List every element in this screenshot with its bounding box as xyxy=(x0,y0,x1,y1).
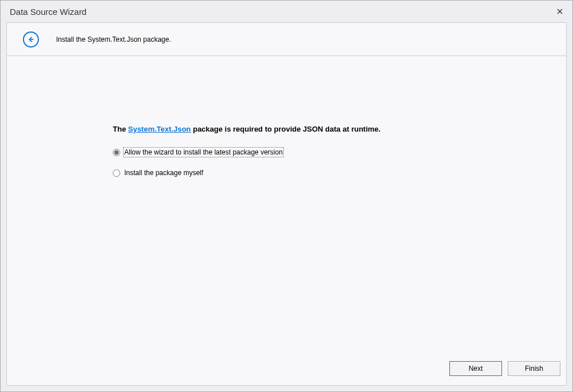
wizard-content: The System.Text.Json package is required… xyxy=(7,56,566,352)
window-title: Data Source Wizard xyxy=(10,7,86,17)
wizard-window: Data Source Wizard Install the System.Te… xyxy=(0,0,573,392)
wizard-step-title: Install the System.Text.Json package. xyxy=(56,35,171,43)
label-install-myself: Install the package myself xyxy=(124,168,204,177)
wizard-footer: Next Finish xyxy=(7,352,566,385)
close-button[interactable] xyxy=(554,6,566,17)
wizard-header: Install the System.Text.Json package. xyxy=(7,23,566,56)
next-button[interactable]: Next xyxy=(449,361,502,376)
radio-allow-install[interactable] xyxy=(113,149,120,156)
install-option-group: Allow the wizard to install the latest p… xyxy=(113,147,566,178)
package-link[interactable]: System.Text.Json xyxy=(128,125,191,133)
message-suffix: package is required to provide JSON data… xyxy=(191,125,381,133)
option-allow-install[interactable]: Allow the wizard to install the latest p… xyxy=(113,147,566,157)
close-icon xyxy=(557,9,563,14)
label-allow-install: Allow the wizard to install the latest p… xyxy=(124,148,283,157)
wizard-body: Install the System.Text.Json package. Th… xyxy=(6,22,567,386)
radio-install-myself[interactable] xyxy=(113,169,120,177)
main-message: The System.Text.Json package is required… xyxy=(113,125,566,133)
back-button[interactable] xyxy=(23,31,39,47)
finish-button[interactable]: Finish xyxy=(508,361,560,376)
message-prefix: The xyxy=(113,125,128,133)
titlebar: Data Source Wizard xyxy=(1,1,572,22)
option-install-myself[interactable]: Install the package myself xyxy=(113,168,566,178)
arrow-left-icon xyxy=(27,35,35,43)
